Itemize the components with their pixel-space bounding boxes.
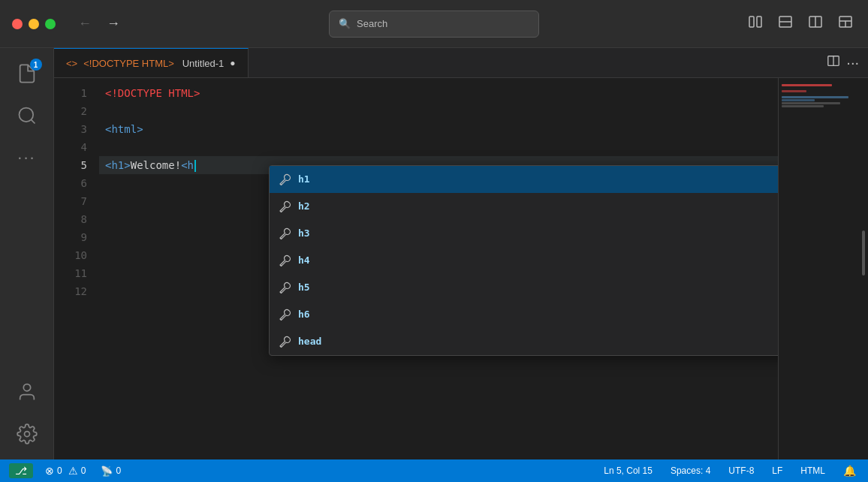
forward-button[interactable]: → — [102, 13, 125, 35]
svg-point-12 — [24, 432, 29, 437]
explorer-badge: 1 — [30, 59, 42, 71]
indentation-text: Spaces: 4 — [671, 465, 710, 476]
split-editor-tab-button[interactable] — [827, 54, 840, 71]
autocomplete-label-h1: h1 — [298, 170, 310, 188]
line-num-1: 1 — [54, 84, 87, 102]
line-num-3: 3 — [54, 120, 87, 138]
sidebar-item-account[interactable] — [8, 372, 47, 411]
minimize-button[interactable] — [29, 19, 39, 29]
minimap — [778, 78, 868, 459]
layout-button-2[interactable] — [805, 11, 826, 36]
minimap-content — [779, 78, 868, 114]
source-control-indicator[interactable]: ⎇ — [9, 463, 33, 478]
line-num-2: 2 — [54, 102, 87, 120]
code-content[interactable]: <!DOCTYPE HTML> <html> <h1>Welcome!<h — [99, 78, 778, 459]
layout-button-1[interactable] — [775, 11, 796, 36]
search-placeholder: Search — [357, 18, 387, 29]
tab-bar: <> <!DOCTYPE HTML> Untitled-1 ● ··· — [54, 48, 868, 78]
split-editor-button[interactable] — [745, 11, 766, 36]
autocomplete-item-h5[interactable]: h5 — [270, 274, 778, 301]
svg-line-10 — [31, 119, 35, 123]
code-line-3: <html> — [99, 120, 778, 138]
minimap-line-5 — [782, 96, 848, 98]
code-editor[interactable]: 1 2 3 4 5 6 7 8 9 10 11 12 <!DOCTYPE HTM… — [54, 78, 868, 459]
wrench-icon-h6 — [279, 309, 291, 321]
autocomplete-label-h6: h6 — [298, 306, 310, 324]
language-mode[interactable]: HTML — [797, 464, 828, 477]
more-tab-actions-button[interactable]: ··· — [846, 54, 859, 71]
error-count: 0 — [57, 465, 62, 476]
bell-icon: 🔔 — [843, 465, 856, 477]
autocomplete-label-h4: h4 — [298, 252, 310, 270]
editor-area: <> <!DOCTYPE HTML> Untitled-1 ● ··· — [54, 48, 868, 459]
minimap-line-8 — [782, 105, 824, 107]
warning-icon: ⚠ — [68, 465, 78, 477]
traffic-lights — [0, 19, 56, 29]
autocomplete-item-h6[interactable]: h6 — [270, 301, 778, 328]
titlebar: ← → 🔍 Search — [0, 0, 868, 48]
search-bar[interactable]: 🔍 Search — [329, 11, 539, 38]
titlebar-actions — [745, 11, 856, 36]
close-button[interactable] — [12, 19, 23, 29]
code-line-1: <!DOCTYPE HTML> — [99, 84, 778, 102]
line-num-6: 6 — [54, 174, 87, 192]
broadcast-icon: 📡 — [101, 465, 113, 477]
sidebar-item-search[interactable] — [8, 96, 47, 135]
branch-icon: ⎇ — [15, 465, 27, 477]
tab-unsaved-dot[interactable]: ● — [230, 58, 235, 68]
line-num-7: 7 — [54, 192, 87, 210]
wrench-icon-h4 — [279, 255, 291, 267]
customize-layout-button[interactable] — [835, 11, 856, 36]
code-line-2 — [99, 102, 778, 120]
sidebar-item-settings[interactable] — [8, 414, 47, 453]
code-line-4 — [99, 138, 778, 156]
wrench-icon-h2 — [279, 200, 291, 212]
error-icon: ⊗ — [45, 465, 54, 477]
minimap-line-7 — [782, 102, 840, 104]
autocomplete-label-h5: h5 — [298, 279, 310, 297]
wrench-icon-h1 — [279, 173, 291, 185]
status-left: ⎇ ⊗ 0 ⚠ 0 📡 0 — [9, 463, 124, 478]
sidebar-item-explorer[interactable]: 1 — [8, 54, 47, 93]
broadcast-indicator[interactable]: 📡 0 — [98, 464, 124, 478]
tab-filename: <!DOCTYPE HTML> Untitled-1 — [83, 58, 224, 69]
indentation[interactable]: Spaces: 4 — [668, 464, 713, 477]
wrench-icon-h3 — [279, 227, 291, 239]
notifications-bell[interactable]: 🔔 — [840, 463, 859, 478]
autocomplete-item-head[interactable]: head — [270, 328, 778, 355]
minimap-line-1 — [782, 84, 832, 86]
autocomplete-item-h2[interactable]: h2 — [270, 193, 778, 220]
autocomplete-item-h4[interactable]: h4 — [270, 247, 778, 274]
autocomplete-item-h1[interactable]: h1 › — [270, 166, 778, 193]
language-text: HTML — [800, 465, 825, 476]
line-num-9: 9 — [54, 228, 87, 246]
search-icon: 🔍 — [339, 18, 351, 29]
main-layout: 1 ··· — [0, 48, 868, 459]
line-ending[interactable]: LF — [769, 464, 785, 477]
line-num-10: 10 — [54, 246, 87, 264]
wrench-icon-head — [279, 336, 291, 348]
autocomplete-item-h3[interactable]: h3 — [270, 220, 778, 247]
autocomplete-dropdown: h1 › h2 h3 — [269, 165, 778, 356]
line-numbers: 1 2 3 4 5 6 7 8 9 10 11 12 — [54, 78, 99, 459]
cursor-position[interactable]: Ln 5, Col 15 — [601, 464, 656, 477]
svg-rect-1 — [757, 17, 761, 27]
sidebar-item-more[interactable]: ··· — [8, 138, 47, 177]
file-encoding[interactable]: UTF-8 — [725, 464, 757, 477]
maximize-button[interactable] — [45, 19, 56, 29]
encoding-text: UTF-8 — [728, 465, 754, 476]
minimap-slider[interactable] — [862, 230, 865, 276]
minimap-line-3 — [782, 90, 806, 92]
warning-count: 0 — [81, 465, 86, 476]
tab-file-icon: <> — [66, 58, 77, 69]
autocomplete-label-h2: h2 — [298, 197, 310, 215]
line-num-5: 5 — [54, 156, 87, 174]
line-ending-text: LF — [772, 465, 782, 476]
errors-indicator[interactable]: ⊗ 0 ⚠ 0 — [42, 463, 89, 478]
broadcast-count: 0 — [116, 465, 121, 476]
line-num-4: 4 — [54, 138, 87, 156]
back-button[interactable]: ← — [74, 13, 96, 35]
status-right: Ln 5, Col 15 Spaces: 4 UTF-8 LF HTML 🔔 — [601, 463, 859, 478]
active-tab[interactable]: <> <!DOCTYPE HTML> Untitled-1 ● — [54, 48, 249, 77]
autocomplete-label-head: head — [298, 333, 321, 351]
